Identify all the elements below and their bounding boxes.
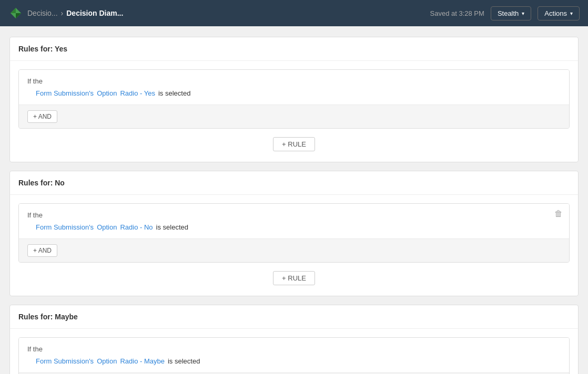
stealth-button[interactable]: Stealth ▾	[491, 6, 531, 20]
rules-header-no: Rules for: No	[10, 171, 578, 195]
rules-body-no: 🗑 If the Form Submission's Option Radio …	[10, 195, 578, 296]
rules-section-maybe: Rules for: Maybe If the Form Submission'…	[9, 305, 579, 374]
if-the-yes-1: If the	[27, 77, 561, 85]
header-right: Saved at 3:28 PM Stealth ▾ Actions ▾	[430, 6, 580, 20]
cond-text-maybe-1-part4: is selected	[168, 357, 200, 365]
rule-card-top-maybe-1: If the Form Submission's Option Radio - …	[19, 338, 569, 372]
condition-yes-1: Form Submission's Option Radio - Yes is …	[27, 89, 561, 97]
rules-body-yes: If the Form Submission's Option Radio - …	[10, 61, 578, 162]
delete-rule-button-no-1[interactable]: 🗑	[554, 209, 563, 219]
condition-maybe-1: Form Submission's Option Radio - Maybe i…	[27, 357, 561, 365]
cond-link-yes-1-part1[interactable]: Form Submission's	[36, 89, 94, 97]
stealth-label: Stealth	[498, 9, 519, 17]
saved-status: Saved at 3:28 PM	[430, 9, 484, 17]
add-rule-row-yes: + RULE	[18, 135, 570, 153]
actions-button[interactable]: Actions ▾	[538, 6, 580, 20]
and-button-yes-1[interactable]: + AND	[27, 110, 57, 123]
main-content: Rules for: Yes If the Form Submission's …	[0, 26, 588, 374]
svg-marker-1	[11, 8, 16, 13]
cond-link-yes-1-part2[interactable]: Option	[97, 89, 117, 97]
svg-marker-2	[16, 13, 21, 18]
rules-body-maybe: If the Form Submission's Option Radio - …	[10, 329, 578, 374]
rule-card-bottom-no-1: + AND	[19, 238, 569, 262]
cond-text-no-1-part4: is selected	[156, 223, 188, 231]
rules-header-maybe: Rules for: Maybe	[10, 305, 578, 329]
logo-icon	[8, 6, 23, 20]
cond-link-maybe-1-part3[interactable]: Radio - Maybe	[120, 357, 165, 365]
rules-header-yes: Rules for: Yes	[10, 37, 578, 61]
actions-label: Actions	[544, 9, 567, 17]
rule-card-bottom-yes-1: + AND	[19, 105, 569, 128]
breadcrumb-separator: ›	[61, 9, 64, 17]
cond-link-maybe-1-part1[interactable]: Form Submission's	[36, 357, 94, 365]
actions-chevron-icon: ▾	[570, 11, 573, 16]
and-button-no-1[interactable]: + AND	[27, 244, 57, 257]
cond-link-no-1-part3[interactable]: Radio - No	[120, 223, 153, 231]
if-the-no-1: If the	[27, 211, 561, 219]
rule-card-top-yes-1: If the Form Submission's Option Radio - …	[19, 70, 569, 105]
cond-link-no-1-part2[interactable]: Option	[97, 223, 117, 231]
header-left: Decisio... › Decision Diam...	[8, 6, 123, 20]
breadcrumb: Decisio... › Decision Diam...	[27, 9, 123, 17]
rules-section-yes: Rules for: Yes If the Form Submission's …	[9, 37, 579, 162]
if-the-maybe-1: If the	[27, 345, 561, 353]
cond-text-yes-1-part4: is selected	[158, 89, 190, 97]
rule-card-top-no-1: If the Form Submission's Option Radio - …	[19, 204, 569, 238]
rules-section-no: Rules for: No 🗑 If the Form Submission's…	[9, 171, 579, 296]
add-rule-button-no[interactable]: + RULE	[273, 271, 315, 285]
cond-link-no-1-part1[interactable]: Form Submission's	[36, 223, 94, 231]
rule-card-yes-1: If the Form Submission's Option Radio - …	[18, 69, 570, 129]
condition-no-1: Form Submission's Option Radio - No is s…	[27, 223, 561, 231]
stealth-chevron-icon: ▾	[522, 11, 524, 16]
rule-card-maybe-1: If the Form Submission's Option Radio - …	[18, 337, 570, 374]
cond-link-maybe-1-part2[interactable]: Option	[97, 357, 117, 365]
cond-link-yes-1-part3[interactable]: Radio - Yes	[120, 89, 155, 97]
app-header: Decisio... › Decision Diam... Saved at 3…	[0, 0, 588, 26]
breadcrumb-page: Decision Diam...	[66, 9, 123, 17]
add-rule-row-no: + RULE	[18, 269, 570, 287]
rule-card-no-1: 🗑 If the Form Submission's Option Radio …	[18, 203, 570, 263]
breadcrumb-app[interactable]: Decisio...	[27, 9, 58, 17]
add-rule-button-yes[interactable]: + RULE	[273, 137, 315, 151]
